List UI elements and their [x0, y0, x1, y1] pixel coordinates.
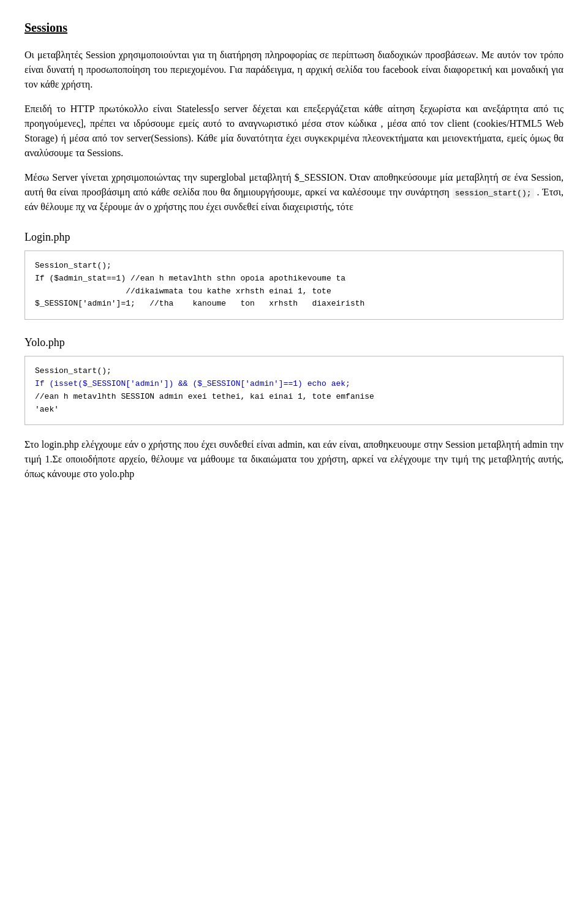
code-line-2-4: 'aek' [35, 405, 59, 414]
code-line-2-1: Session_start(); [35, 366, 111, 375]
login-php-label: Login.php [24, 229, 564, 246]
paragraph-1: Οι μεταβλητές Session χρησιμοποιούνται γ… [24, 48, 564, 92]
inline-code-session-start: session_start(); [453, 188, 534, 198]
yolo-php-label: Yolo.php [24, 334, 564, 351]
paragraph-2: Επειδή το HTTP πρωτόκολλο είναι Stateles… [24, 102, 564, 160]
page-title: Sessions [24, 18, 564, 37]
code-block-1: Session_start(); If ($admin_stat==1) //e… [24, 251, 564, 320]
code-highlight-2-2: If (isset($_SESSION['admin']) && ($_SESS… [35, 379, 350, 388]
paragraph-3: Μέσω Server γίνεται χρησιμοποιώντας την … [24, 170, 564, 214]
code-line-1-4: $_SESSION['admin']=1; //tha kanoume ton … [35, 299, 364, 308]
code-line-1-2: If ($admin_stat==1) //ean h metavlhth st… [35, 274, 345, 283]
code-line-2-2: If (isset($_SESSION['admin']) && ($_SESS… [35, 379, 350, 388]
code-block-2: Session_start(); If (isset($_SESSION['ad… [24, 356, 564, 425]
code-line-2-3: //ean h metavlhth SESSION admin exei tet… [35, 392, 374, 401]
code-line-1-1: Session_start(); [35, 261, 111, 270]
code-line-1-3: //dikaiwmata tou kathe xrhsth einai 1, t… [35, 287, 331, 296]
bottom-paragraph: Στο login.php ελέγχουμε εάν ο χρήστης πο… [24, 437, 564, 481]
